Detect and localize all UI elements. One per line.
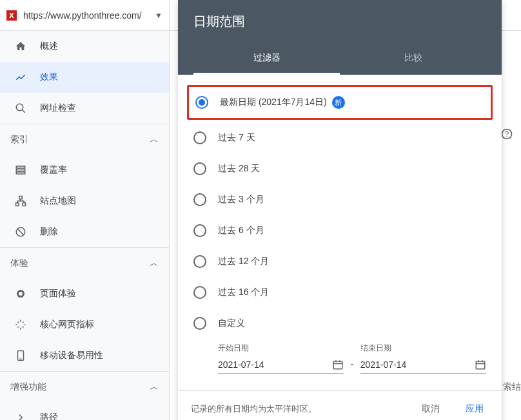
option-7d[interactable]: 过去 7 天 [178, 122, 502, 153]
svg-line-1 [22, 110, 25, 113]
chevron-up-icon: ︿ [150, 258, 159, 269]
modal-header: 日期范围 过滤器 比较 [178, 0, 502, 75]
modal-footer: 记录的所有日期均为太平洋时区。 取消 应用 [178, 390, 502, 420]
svg-rect-20 [334, 361, 343, 369]
svg-rect-7 [23, 203, 26, 206]
option-label: 最新日期 (2021年7月14日)新 [220, 96, 345, 109]
svg-rect-5 [19, 196, 23, 200]
nav-label: 路径 [40, 412, 58, 420]
new-badge: 新 [332, 96, 345, 109]
calendar-icon[interactable] [332, 359, 344, 370]
nav-coverage[interactable]: 覆盖率 [0, 155, 169, 186]
option-28d[interactable]: 过去 28 天 [178, 153, 502, 184]
radio-icon [193, 131, 206, 144]
svg-line-13 [18, 229, 24, 235]
stack-icon [14, 164, 27, 176]
start-date-label: 开始日期 [218, 343, 344, 354]
nav-overview[interactable]: 概述 [0, 31, 169, 62]
sitemap-icon [14, 195, 27, 207]
section-title: 体验 [10, 258, 28, 269]
option-16m[interactable]: 过去 16 个月 [178, 277, 502, 308]
end-date-label: 结束日期 [360, 343, 486, 354]
nav-label: 站点地图 [40, 195, 76, 207]
nav-label: 移动设备易用性 [40, 350, 103, 361]
options-list: 最新日期 (2021年7月14日)新 过去 7 天 过去 28 天 过去 3 个… [178, 75, 502, 390]
tab-filter[interactable]: 过滤器 [193, 43, 340, 75]
svg-rect-24 [476, 361, 485, 369]
option-label: 过去 16 个月 [218, 287, 269, 298]
svg-text:?: ? [505, 129, 509, 138]
radio-icon [193, 162, 206, 175]
svg-rect-4 [16, 172, 25, 174]
mobile-icon [14, 350, 27, 361]
home-icon [14, 41, 27, 52]
chevron-up-icon: ︿ [150, 134, 159, 146]
start-date-value: 2021-07-14 [218, 359, 332, 370]
url-text: https://www.pythonthree.com/ [23, 10, 151, 21]
nav-page-experience[interactable]: 页面体验 [0, 278, 169, 309]
radio-icon [193, 255, 206, 268]
svg-rect-6 [16, 203, 19, 206]
svg-point-15 [19, 292, 23, 296]
svg-rect-2 [16, 166, 25, 168]
nav-label: 删除 [40, 226, 58, 238]
speed-icon [14, 319, 27, 330]
option-custom[interactable]: 自定义 [178, 308, 502, 339]
nav-label: 页面体验 [40, 288, 76, 300]
nav-path[interactable]: 路径 [0, 402, 169, 420]
chart-icon [14, 72, 27, 83]
info-icon[interactable]: ? [500, 128, 513, 143]
nav-mobile[interactable]: 移动设备易用性 [0, 340, 169, 371]
circle-icon [14, 288, 27, 300]
favicon-icon: X [6, 10, 17, 21]
section-enhance[interactable]: 增强功能 ︿ [0, 371, 169, 402]
nav-sitemap[interactable]: 站点地图 [0, 186, 169, 216]
nav-removal[interactable]: 删除 [0, 216, 169, 247]
section-title: 索引 [10, 134, 28, 146]
calendar-icon[interactable] [475, 359, 486, 370]
apply-button[interactable]: 应用 [460, 398, 489, 420]
section-title: 增强功能 [10, 381, 46, 393]
section-index[interactable]: 索引 ︿ [0, 124, 169, 155]
date-range-modal: 日期范围 过滤器 比较 最新日期 (2021年7月14日)新 过去 7 天 过去… [178, 0, 502, 420]
nav-label: 网址检查 [40, 102, 76, 114]
modal-title: 日期范围 [193, 13, 486, 43]
radio-icon [195, 96, 208, 109]
option-12m[interactable]: 过去 12 个月 [178, 246, 502, 277]
start-date-field[interactable]: 开始日期 2021-07-14 [218, 343, 344, 374]
modal-tabs: 过滤器 比较 [193, 43, 486, 75]
nav-url-inspect[interactable]: 网址检查 [0, 93, 169, 124]
custom-date-row: 开始日期 2021-07-14 - 结束日期 2021-07-14 [178, 339, 502, 383]
radio-icon [193, 286, 206, 299]
option-label: 过去 12 个月 [218, 256, 269, 267]
sidebar: X https://www.pythonthree.com/ ▼ 概述 效果 网… [0, 0, 170, 420]
svg-point-0 [16, 104, 23, 111]
option-3m[interactable]: 过去 3 个月 [178, 184, 502, 215]
end-date-field[interactable]: 结束日期 2021-07-14 [360, 343, 486, 374]
radio-icon [193, 224, 206, 237]
url-bar[interactable]: X https://www.pythonthree.com/ ▼ [0, 0, 169, 31]
nav-label: 效果 [40, 72, 58, 83]
option-latest[interactable]: 最新日期 (2021年7月14日)新 [189, 87, 491, 118]
option-label: 过去 7 天 [218, 132, 255, 144]
end-date-value: 2021-07-14 [360, 359, 475, 370]
option-label: 过去 3 个月 [218, 194, 264, 205]
search-icon [14, 102, 27, 114]
highlight-box: 最新日期 (2021年7月14日)新 [187, 85, 493, 120]
radio-icon [193, 317, 206, 330]
tab-compare[interactable]: 比较 [340, 43, 486, 75]
section-experience[interactable]: 体验 ︿ [0, 247, 169, 278]
nav-label: 覆盖率 [40, 164, 67, 176]
chevron-down-icon[interactable]: ▼ [155, 11, 162, 20]
option-label: 自定义 [218, 318, 245, 329]
nav-core-vitals[interactable]: 核心网页指标 [0, 309, 169, 340]
remove-icon [14, 226, 27, 238]
footer-note: 记录的所有日期均为太平洋时区。 [191, 403, 317, 415]
nav-label: 概述 [40, 41, 58, 52]
path-icon [14, 412, 27, 420]
nav-performance[interactable]: 效果 [0, 62, 169, 93]
date-separator: - [350, 358, 353, 374]
cancel-button[interactable]: 取消 [417, 398, 445, 420]
option-6m[interactable]: 过去 6 个月 [178, 215, 502, 246]
option-label: 过去 28 天 [218, 163, 260, 175]
